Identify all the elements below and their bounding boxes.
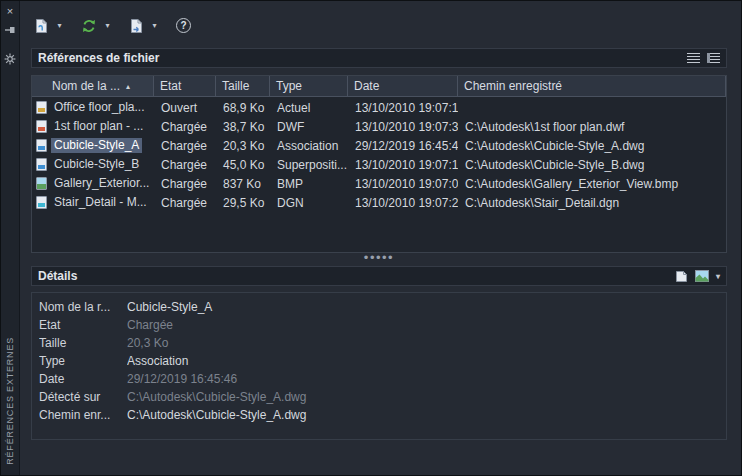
properties-gear-icon[interactable] xyxy=(2,51,18,67)
change-path-button[interactable] xyxy=(126,14,147,38)
details-header: Détails ▾ xyxy=(31,266,727,286)
detail-value: C:\Autodesk\Cubicle-Style_A.dwg xyxy=(127,390,726,404)
attach-file-dropdown-icon[interactable]: ▾ xyxy=(54,14,65,38)
detail-value[interactable]: Association xyxy=(127,354,726,368)
file-references-title: Références de fichier xyxy=(38,51,159,65)
dwg-xref-file-icon xyxy=(36,158,47,171)
details-panel: Nom de la r... Cubicle-Style_A Etat Char… xyxy=(31,292,727,440)
help-button[interactable]: ? xyxy=(173,14,194,38)
detail-value: Cubicle-Style_A xyxy=(127,300,726,314)
detail-value: Chargée xyxy=(127,318,726,332)
change-path-dropdown-icon[interactable]: ▾ xyxy=(149,14,160,38)
table-row[interactable]: Cubicle-Style_B Chargée 45,0 Ko Superpos… xyxy=(32,155,726,174)
preview-image-icon[interactable] xyxy=(695,270,709,282)
refresh-button[interactable] xyxy=(78,14,100,38)
file-references-table: Nom de la ... ▴ Etat Taille Type Date Ch… xyxy=(31,75,727,253)
details-view-icon[interactable] xyxy=(675,270,688,283)
list-view-icon[interactable] xyxy=(687,53,700,63)
table-row[interactable]: 1st floor plan - ... Chargée 38,7 Ko DWF… xyxy=(32,117,726,136)
attach-file-button[interactable] xyxy=(31,14,52,38)
detail-value: 20,3 Ko xyxy=(127,336,726,350)
column-header-status[interactable]: Etat xyxy=(154,76,216,96)
column-header-size[interactable]: Taille xyxy=(216,76,270,96)
refresh-icon xyxy=(81,18,97,34)
close-icon[interactable]: × xyxy=(2,3,18,19)
palette-title: RÉFÉRENCES EXTERNES xyxy=(5,337,15,465)
bmp-image-file-icon xyxy=(36,177,47,190)
table-row[interactable]: Gallery_Exterior... Chargée 837 Ko BMP 1… xyxy=(32,174,726,193)
sort-asc-icon: ▴ xyxy=(126,82,130,91)
xref-toolbar: ▾ ▾ xyxy=(31,1,727,48)
detail-value[interactable]: C:\Autodesk\Cubicle-Style_A.dwg xyxy=(127,408,726,422)
table-row[interactable]: Stair_Detail - M... Chargée 29,5 Ko DGN … xyxy=(32,193,726,212)
details-menu-caret-icon[interactable]: ▾ xyxy=(716,272,720,281)
dwf-file-icon xyxy=(36,120,47,133)
detail-value: 29/12/2019 16:45:46 xyxy=(127,372,726,386)
table-header-row: Nom de la ... ▴ Etat Taille Type Date Ch… xyxy=(32,76,726,97)
column-header-saved-path[interactable]: Chemin enregistré xyxy=(458,76,726,96)
detail-field: Détecté sur C:\Autodesk\Cubicle-Style_A.… xyxy=(32,388,726,406)
column-header-date[interactable]: Date xyxy=(348,76,458,96)
table-row-selected[interactable]: Cubicle-Style_A Chargée 20,3 Ko Associat… xyxy=(32,136,726,155)
pin-icon[interactable] xyxy=(2,22,18,38)
detail-field: Chemin enr... C:\Autodesk\Cubicle-Style_… xyxy=(32,406,726,424)
dgn-file-icon xyxy=(36,196,47,209)
help-icon: ? xyxy=(176,18,191,33)
details-title: Détails xyxy=(38,269,77,283)
panel-splitter[interactable]: ••••• xyxy=(31,253,727,266)
column-header-name[interactable]: Nom de la ... ▴ xyxy=(32,76,154,96)
dwg-xref-file-icon xyxy=(36,139,47,152)
palette-title-bar: × RÉFÉRENCES EXTERNES xyxy=(1,1,20,475)
column-header-type[interactable]: Type xyxy=(270,76,348,96)
detail-field: Taille 20,3 Ko xyxy=(32,334,726,352)
palette-main: ▾ ▾ xyxy=(20,1,741,475)
detail-field: Type Association xyxy=(32,352,726,370)
tree-view-icon[interactable] xyxy=(707,53,720,63)
table-row[interactable]: Office floor_pla... Ouvert 68,9 Ko Actue… xyxy=(32,98,726,117)
detail-field: Date 29/12/2019 16:45:46 xyxy=(32,370,726,388)
attach-file-icon xyxy=(34,18,49,34)
file-references-header: Références de fichier xyxy=(31,48,727,68)
detail-field: Etat Chargée xyxy=(32,316,726,334)
change-path-icon xyxy=(129,18,144,34)
external-references-palette: × RÉFÉRENCES EXTERNES xyxy=(0,0,742,476)
detail-field: Nom de la r... Cubicle-Style_A xyxy=(32,298,726,316)
table-body: Office floor_pla... Ouvert 68,9 Ko Actue… xyxy=(32,97,726,252)
refresh-dropdown-icon[interactable]: ▾ xyxy=(102,14,113,38)
dwg-current-file-icon xyxy=(36,101,47,114)
